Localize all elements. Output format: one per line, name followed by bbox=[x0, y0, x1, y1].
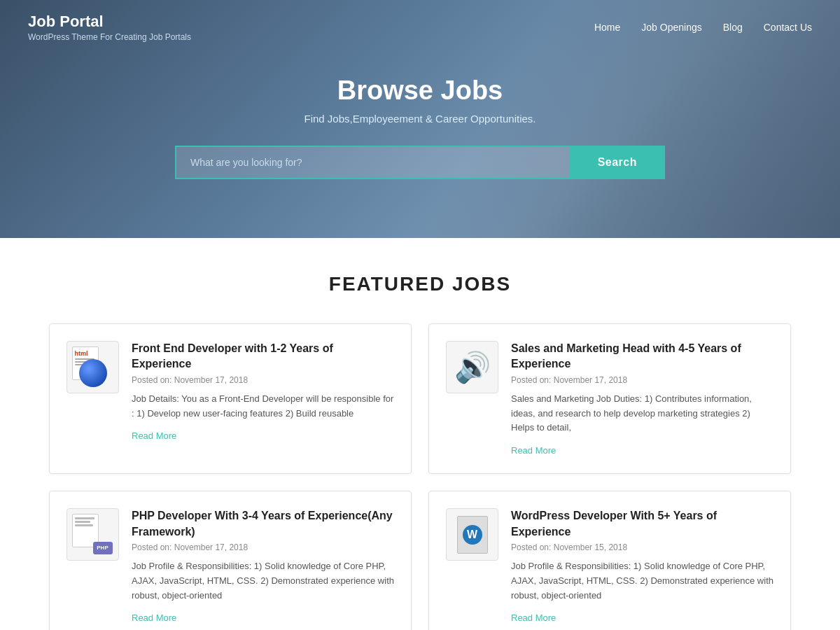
job-date-3: Posted on: November 17, 2018 bbox=[132, 542, 394, 552]
job-desc-3: Job Profile & Responsibilities: 1) Solid… bbox=[132, 559, 394, 603]
job-desc-2: Sales and Marketing Job Duties: 1) Contr… bbox=[511, 392, 774, 435]
navbar: Job Portal WordPress Theme For Creating … bbox=[0, 0, 840, 55]
featured-jobs-title: FEATURED JOBS bbox=[49, 273, 791, 295]
job-date-1: Posted on: November 17, 2018 bbox=[132, 375, 394, 385]
hero-subtitle: Find Jobs,Employeement & Career Opportun… bbox=[175, 113, 665, 125]
job-icon-html: html bbox=[66, 341, 119, 393]
brand-title: Job Portal bbox=[28, 13, 191, 31]
hero-title: Browse Jobs bbox=[175, 76, 665, 106]
nav-links: Home Job Openings Blog Contact Us bbox=[594, 22, 812, 33]
nav-contact[interactable]: Contact Us bbox=[764, 22, 812, 33]
read-more-1[interactable]: Read More bbox=[132, 430, 176, 441]
job-desc-4: Job Profile & Responsibilities: 1) Solid… bbox=[511, 559, 774, 603]
search-button[interactable]: Search bbox=[570, 146, 665, 179]
jobs-grid: html Front End Developer with 1-2 Years … bbox=[49, 323, 791, 630]
job-card-2: 🔊 Sales and Marketing Head with 4-5 Year… bbox=[428, 323, 791, 474]
hero-section: Job Portal WordPress Theme For Creating … bbox=[0, 0, 840, 238]
nav-blog[interactable]: Blog bbox=[723, 22, 743, 33]
hero-content: Browse Jobs Find Jobs,Employeement & Car… bbox=[175, 76, 665, 179]
job-card-3: PHP PHP Developer With 3-4 Years of Expe… bbox=[49, 491, 412, 630]
job-info-4: WordPress Developer With 5+ Years of Exp… bbox=[511, 508, 774, 624]
search-input[interactable] bbox=[175, 146, 570, 179]
brand-subtitle: WordPress Theme For Creating Job Portals bbox=[28, 32, 191, 42]
job-card-4: W WordPress Developer With 5+ Years of E… bbox=[428, 491, 791, 630]
job-info-3: PHP Developer With 3-4 Years of Experien… bbox=[132, 508, 394, 624]
job-info-2: Sales and Marketing Head with 4-5 Years … bbox=[511, 341, 774, 456]
read-more-4[interactable]: Read More bbox=[511, 612, 556, 623]
job-date-4: Posted on: November 15, 2018 bbox=[511, 542, 774, 552]
search-bar: Search bbox=[175, 146, 665, 179]
job-card-1: html Front End Developer with 1-2 Years … bbox=[49, 323, 412, 474]
job-title-3: PHP Developer With 3-4 Years of Experien… bbox=[132, 508, 394, 540]
job-info-1: Front End Developer with 1-2 Years of Ex… bbox=[132, 341, 394, 456]
job-icon-speaker: 🔊 bbox=[446, 341, 498, 393]
job-desc-1: Job Details: You as a Front-End Develope… bbox=[132, 392, 394, 421]
job-date-2: Posted on: November 17, 2018 bbox=[511, 375, 774, 385]
main-content: FEATURED JOBS html Fro bbox=[35, 238, 805, 630]
php-icon: PHP bbox=[72, 514, 114, 556]
job-title-1: Front End Developer with 1-2 Years of Ex… bbox=[132, 341, 394, 372]
nav-home[interactable]: Home bbox=[594, 22, 620, 33]
job-icon-php: PHP bbox=[66, 508, 119, 561]
brand: Job Portal WordPress Theme For Creating … bbox=[28, 13, 191, 42]
job-icon-wp: W bbox=[446, 508, 498, 561]
html-icon: html bbox=[72, 346, 114, 388]
read-more-2[interactable]: Read More bbox=[511, 445, 556, 456]
nav-job-openings[interactable]: Job Openings bbox=[641, 22, 701, 33]
wordpress-icon: W bbox=[457, 516, 488, 554]
read-more-3[interactable]: Read More bbox=[132, 612, 176, 623]
job-title-2: Sales and Marketing Head with 4-5 Years … bbox=[511, 341, 774, 372]
job-title-4: WordPress Developer With 5+ Years of Exp… bbox=[511, 508, 774, 540]
speaker-icon: 🔊 bbox=[454, 350, 491, 384]
